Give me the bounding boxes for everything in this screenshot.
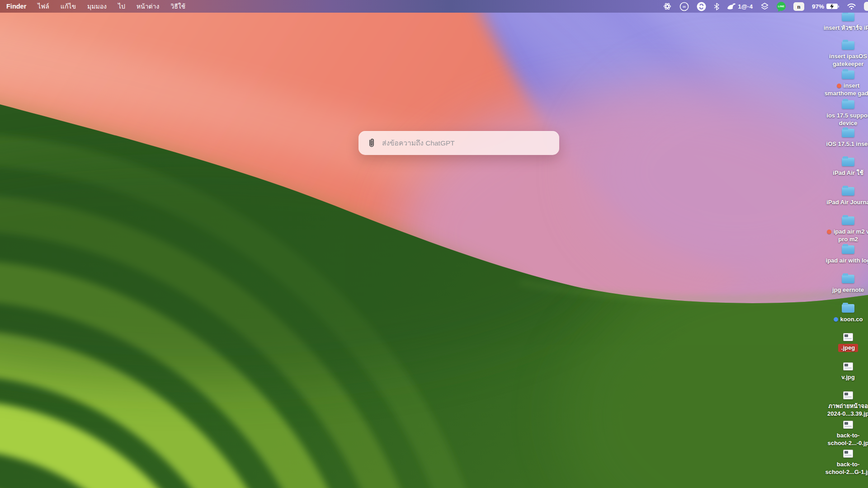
file-label: ipad air with log — [826, 257, 868, 264]
notion-icon[interactable]: n — [793, 2, 804, 11]
file-label: 2024-0...3.39.jp — [827, 410, 868, 418]
desktop-item[interactable]: insert หัวชาร์จ iPa — [816, 13, 868, 32]
menu-help[interactable]: วิธีใช้ — [170, 1, 185, 11]
menu-go[interactable]: ไป — [118, 1, 125, 11]
shazam-icon[interactable] — [697, 2, 706, 11]
adobe-cc-icon[interactable]: ∞ — [679, 2, 689, 11]
folder-icon — [842, 70, 854, 79]
svg-text:∞: ∞ — [683, 4, 686, 9]
app-menu-finder[interactable]: Finder — [6, 3, 26, 10]
file-label: ios 17.5 suppor — [826, 112, 868, 119]
folder-icon — [842, 216, 854, 225]
desktop-item[interactable]: back-to-school-2...-0.jp — [816, 421, 868, 447]
file-label: device — [839, 119, 857, 127]
notion-label: n — [797, 4, 800, 9]
wifi-icon[interactable] — [847, 3, 856, 10]
desktop-item[interactable]: ภาพถ่ายหน้าจอ2024-0...3.39.jp — [816, 391, 868, 418]
line-icon[interactable]: LINE — [777, 2, 786, 11]
folder-icon — [842, 13, 854, 21]
input-indicator-text: 1@·4 — [738, 3, 753, 10]
charging-bolt-icon — [830, 4, 835, 9]
battery-indicator[interactable]: 97% — [812, 3, 839, 10]
desktop-item[interactable]: ios 17.5 suppordevice — [816, 100, 868, 127]
menu-window[interactable]: หน้าต่าง — [137, 1, 159, 11]
desktop-item[interactable]: ipad air m2 vpro m2 — [816, 216, 868, 243]
file-label: jpg eernote — [832, 286, 864, 294]
desktop-item[interactable]: insertsmarthome gadg — [816, 70, 868, 97]
file-label: ipad air m2 v — [827, 228, 868, 235]
image-file-icon — [843, 333, 853, 341]
desktop-root: Finder ไฟล์ แก้ไข มุมมอง ไป หน้าต่าง วิธ… — [0, 0, 868, 488]
file-label: iPad Air ใช้ — [833, 169, 863, 177]
paperclip-icon[interactable] — [368, 138, 376, 149]
file-label: v.jpg — [841, 373, 854, 381]
image-file-icon — [843, 450, 853, 458]
dove-icon — [727, 3, 736, 10]
file-label: school-2...-0.jp — [827, 439, 868, 447]
folder-icon — [842, 100, 854, 109]
chatgpt-icon[interactable] — [663, 2, 672, 11]
red-label-highlight: .jpeg — [838, 344, 858, 352]
folder-icon — [842, 275, 854, 283]
desktop-item[interactable]: .jpeg — [816, 333, 868, 352]
desktop-item[interactable]: back-to-school-2...G-1.jp — [816, 450, 868, 476]
image-file-icon — [843, 362, 853, 371]
desktop-item[interactable]: jpg eernote — [816, 275, 868, 294]
battery-icon — [826, 4, 838, 9]
file-label: gatekeeper — [833, 60, 864, 68]
desktop-item[interactable]: iPad Air Journa — [816, 187, 868, 206]
file-label: .jpeg — [838, 344, 858, 352]
desktop-item[interactable]: insert ipasOSgatekeeper — [816, 41, 868, 68]
menu-bar: Finder ไฟล์ แก้ไข มุมมอง ไป หน้าต่าง วิธ… — [0, 0, 868, 13]
bluetooth-icon[interactable] — [714, 3, 719, 10]
folder-icon — [842, 304, 854, 313]
desktop-item[interactable]: iOS 17.5.1 inser — [816, 129, 868, 148]
clipped-menu-extra-icon[interactable] — [864, 2, 868, 11]
folder-icon — [842, 158, 854, 166]
file-label: insert — [837, 82, 859, 89]
file-label: pro m2 — [838, 235, 858, 243]
folder-icon — [842, 41, 854, 50]
desktop-item[interactable]: v.jpg — [816, 362, 868, 381]
image-file-icon — [843, 391, 853, 399]
folder-icon — [842, 245, 854, 254]
file-label: school-2...G-1.jp — [825, 468, 868, 476]
red-tag-dot — [837, 84, 841, 88]
desktop-item[interactable]: koon.co — [816, 304, 868, 323]
file-label: iOS 17.5.1 inser — [826, 140, 868, 148]
menu-edit[interactable]: แก้ไข — [61, 1, 76, 11]
stack-icon[interactable] — [760, 2, 769, 10]
file-label: koon.co — [834, 315, 863, 323]
file-label: smarthome gadg — [825, 89, 868, 97]
folder-icon — [842, 187, 854, 196]
file-label: iPad Air Journa — [826, 198, 868, 206]
chatgpt-launcher-bar[interactable]: ส่งข้อความถึง ChatGPT — [359, 131, 559, 155]
dove-indicator[interactable]: 1@·4 — [727, 3, 753, 10]
blue-tag-dot — [834, 317, 838, 322]
chatgpt-input-placeholder[interactable]: ส่งข้อความถึง ChatGPT — [382, 137, 455, 149]
wallpaper — [0, 0, 868, 488]
file-label: back-to- — [837, 432, 860, 439]
file-label: insert ipasOS — [829, 52, 867, 60]
file-label: ภาพถ่ายหน้าจอ — [828, 402, 868, 410]
file-label: insert หัวชาร์จ iPa — [824, 24, 868, 32]
menu-view[interactable]: มุมมอง — [87, 1, 107, 11]
folder-icon — [842, 129, 854, 137]
battery-percent: 97% — [812, 3, 824, 10]
file-label: back-to- — [837, 460, 860, 468]
line-label: LINE — [778, 5, 784, 8]
desktop-item[interactable]: iPad Air ใช้ — [816, 158, 868, 177]
menu-file[interactable]: ไฟล์ — [38, 1, 49, 11]
red-tag-dot — [827, 230, 831, 234]
image-file-icon — [843, 421, 853, 429]
desktop-item[interactable]: ipad air with log — [816, 245, 868, 264]
